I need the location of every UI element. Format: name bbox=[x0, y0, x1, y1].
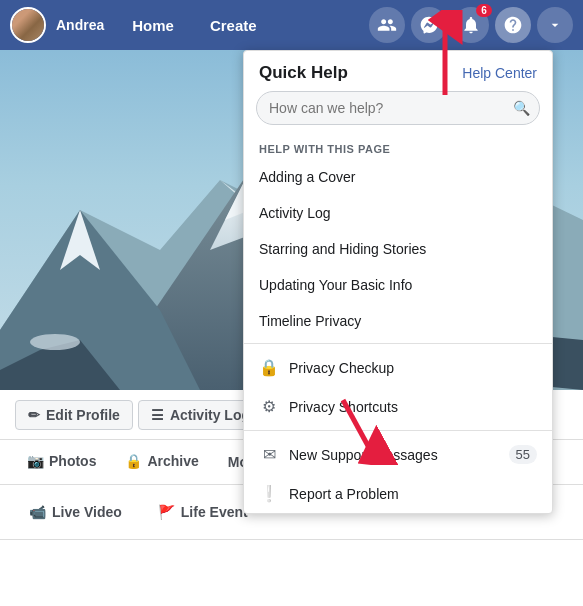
camera-icon: 📷 bbox=[27, 453, 44, 469]
divider-2 bbox=[244, 430, 552, 431]
help-center-link[interactable]: Help Center bbox=[462, 65, 537, 81]
help-adding-cover[interactable]: Adding a Cover bbox=[244, 159, 552, 195]
activity-log-label: Activity Log bbox=[170, 407, 250, 423]
account-menu-btn[interactable] bbox=[537, 7, 573, 43]
envelope-x-icon: ✉ bbox=[259, 445, 279, 464]
nav-right: 6 bbox=[369, 7, 573, 43]
notifications-icon-btn[interactable]: 6 bbox=[453, 7, 489, 43]
gear-icon: ⚙ bbox=[259, 397, 279, 416]
life-event-label: Life Event bbox=[181, 504, 248, 520]
privacy-shortcuts-item[interactable]: ⚙ Privacy Shortcuts bbox=[244, 387, 552, 426]
edit-icon: ✏ bbox=[28, 407, 40, 423]
tab-archive[interactable]: 🔒 Archive bbox=[113, 443, 210, 482]
svg-point-11 bbox=[30, 334, 80, 350]
help-timeline-privacy[interactable]: Timeline Privacy bbox=[244, 303, 552, 339]
report-problem-item[interactable]: ❕ Report a Problem bbox=[244, 474, 552, 513]
divider-1 bbox=[244, 343, 552, 344]
live-video-label: Live Video bbox=[52, 504, 122, 520]
new-support-messages-item[interactable]: ✉ New Support Messages 55 bbox=[244, 435, 552, 474]
search-icon: 🔍 bbox=[513, 100, 530, 116]
notification-badge: 6 bbox=[476, 4, 492, 17]
dropdown-title: Quick Help bbox=[259, 63, 348, 83]
nav-left: Andrea bbox=[10, 7, 104, 43]
nav-username[interactable]: Andrea bbox=[56, 17, 104, 33]
nav-home[interactable]: Home bbox=[124, 12, 182, 39]
nav-center: Home Create bbox=[124, 12, 264, 39]
live-video-button[interactable]: 📹 Live Video bbox=[15, 496, 136, 528]
help-starring-hiding[interactable]: Starring and Hiding Stories bbox=[244, 231, 552, 267]
navbar: Andrea Home Create 6 bbox=[0, 0, 583, 50]
nav-create[interactable]: Create bbox=[202, 12, 265, 39]
help-icon-btn[interactable] bbox=[495, 7, 531, 43]
privacy-checkup-item[interactable]: 🔒 Privacy Checkup bbox=[244, 348, 552, 387]
help-basic-info[interactable]: Updating Your Basic Info bbox=[244, 267, 552, 303]
search-box: 🔍 bbox=[256, 91, 540, 125]
edit-profile-label: Edit Profile bbox=[46, 407, 120, 423]
messenger-icon-btn[interactable] bbox=[411, 7, 447, 43]
friends-icon-btn[interactable] bbox=[369, 7, 405, 43]
flag-icon: 🚩 bbox=[158, 504, 175, 520]
exclamation-icon: ❕ bbox=[259, 484, 279, 503]
section-label: HELP WITH THIS PAGE bbox=[244, 135, 552, 159]
quick-help-dropdown: Quick Help Help Center 🔍 HELP WITH THIS … bbox=[243, 50, 553, 514]
edit-profile-button[interactable]: ✏ Edit Profile bbox=[15, 400, 133, 430]
lock-icon: 🔒 bbox=[259, 358, 279, 377]
tab-photos[interactable]: 📷 Photos bbox=[15, 443, 108, 482]
video-icon: 📹 bbox=[29, 504, 46, 520]
help-activity-log[interactable]: Activity Log bbox=[244, 195, 552, 231]
lock-icon: 🔒 bbox=[125, 453, 142, 469]
dropdown-header: Quick Help Help Center bbox=[244, 51, 552, 91]
list-icon: ☰ bbox=[151, 407, 164, 423]
avatar[interactable] bbox=[10, 7, 46, 43]
search-input[interactable] bbox=[256, 91, 540, 125]
support-messages-count: 55 bbox=[509, 445, 537, 464]
